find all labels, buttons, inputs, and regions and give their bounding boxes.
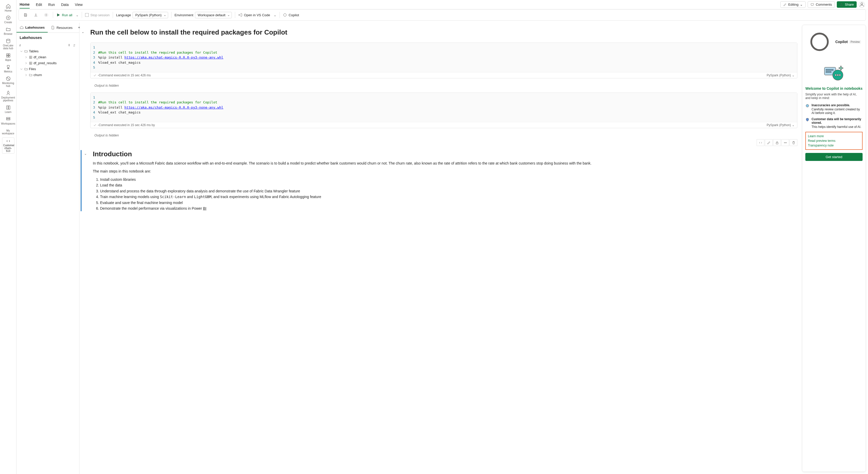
presence-avatar[interactable] <box>859 2 865 8</box>
copilot-icon <box>283 13 287 17</box>
copilot-welcome: Welcome to Copilot in notebooks <box>805 86 863 91</box>
cell-language-picker[interactable]: PySpark (Python)⌄ <box>767 73 795 77</box>
comments-button[interactable]: Comments <box>808 1 835 8</box>
editing-mode-button[interactable]: Editing⌄ <box>780 1 806 8</box>
home-icon <box>6 4 11 9</box>
rail-deploy[interactable]: Deployment pipelines <box>1 89 16 103</box>
rail-onelake[interactable]: OneLake data hub <box>1 37 16 51</box>
chevron-right-icon <box>24 73 28 77</box>
copilot-subtitle: Simplify your work with the help of AI, … <box>805 93 863 100</box>
explorer-tab-lakehouses[interactable]: Lakehouses <box>17 23 48 32</box>
apps-icon <box>6 53 11 58</box>
svg-point-1 <box>6 39 10 40</box>
tree-files[interactable]: Files <box>19 66 77 72</box>
delete-button[interactable] <box>789 139 797 146</box>
rail-browse[interactable]: Browse <box>1 25 16 37</box>
download-icon <box>34 13 38 17</box>
lock-button[interactable] <box>773 139 781 146</box>
link-transparency[interactable]: Transparency note <box>808 143 860 148</box>
play-icon <box>56 13 60 17</box>
collapse-section-button[interactable]: ⌄ <box>84 150 90 211</box>
tree-table-df-pred[interactable]: df_pred_results <box>23 60 77 66</box>
book-icon <box>6 105 11 110</box>
rail-workspaces[interactable]: Workspaces <box>1 115 16 127</box>
markdown-cell[interactable]: Introduction In this notebook, you'll se… <box>93 150 797 211</box>
save-button[interactable] <box>22 11 29 19</box>
chevron-down-icon: ⌄ <box>800 3 803 6</box>
copilot-hero <box>805 64 863 82</box>
cell-language-picker[interactable]: PySpark (Python)⌄ <box>767 123 795 127</box>
comment-icon <box>810 3 814 6</box>
copilot-links-highlighted: Learn more Read preview terms Transparen… <box>805 132 863 150</box>
rail-my-workspace[interactable]: My workspace <box>1 128 16 136</box>
environment-select[interactable]: Workspace default <box>195 12 232 18</box>
share-button[interactable]: Share <box>837 1 857 8</box>
open-vscode-button[interactable]: Open in VS Code⌄ <box>238 13 276 17</box>
trophy-icon <box>6 64 11 70</box>
tree-tables[interactable]: Tables <box>19 48 77 54</box>
svg-rect-15 <box>776 143 778 144</box>
menu-view[interactable]: View <box>75 1 83 8</box>
pin-icon[interactable] <box>67 43 71 47</box>
chevron-down-icon: ⌄ <box>792 73 795 77</box>
code-cell[interactable]: 12345 #Run this cell to install the requ… <box>90 42 797 78</box>
rail-home[interactable]: Home <box>1 2 16 14</box>
folder-icon <box>29 73 32 77</box>
cell-status: -Command executed in 15 sec 426 ms <box>98 73 151 77</box>
download-button[interactable] <box>32 11 39 19</box>
tree-folder-churn[interactable]: churn <box>23 72 77 78</box>
rail-apps[interactable]: Apps <box>1 51 16 63</box>
menu-data[interactable]: Data <box>61 1 69 8</box>
code-editor[interactable]: #Run this cell to install the required p… <box>98 45 223 70</box>
rocket-icon <box>6 91 11 96</box>
menu-edit[interactable]: Edit <box>36 1 42 8</box>
rail-learn[interactable]: Learn <box>1 103 16 115</box>
stop-session-button[interactable]: Stop session <box>85 13 109 17</box>
line-gutter: 12345 <box>93 95 98 120</box>
more-button[interactable] <box>781 139 789 146</box>
stop-icon <box>85 13 89 17</box>
stack-icon <box>6 117 11 122</box>
menu-run[interactable]: Run <box>48 1 55 8</box>
pencil-icon <box>767 141 771 145</box>
convert-code-button[interactable] <box>756 139 764 146</box>
menu-home[interactable]: Home <box>20 1 30 8</box>
trash-icon <box>792 141 796 145</box>
copilot-icon <box>805 28 834 56</box>
collapse-section-button[interactable]: ⌄ <box>82 28 88 39</box>
folder-icon <box>24 50 28 53</box>
toolbar: Run all⌄ Stop session LanguagePySpark (P… <box>19 9 866 21</box>
svg-rect-3 <box>8 54 10 55</box>
explorer-tab-resources[interactable]: Resources <box>48 23 75 32</box>
svg-point-19 <box>811 34 828 50</box>
settings-button[interactable] <box>42 11 50 19</box>
rail-metrics[interactable]: Metrics <box>1 63 16 74</box>
rail-monitor[interactable]: Monitoring hub <box>1 74 16 89</box>
language-select[interactable]: PySpark (Python) <box>132 12 168 18</box>
copilot-button[interactable]: Copilot <box>283 13 299 17</box>
person-icon <box>859 2 865 7</box>
notebook-canvas[interactable]: ⌄ Run the cell below to install the requ… <box>80 23 802 474</box>
link-preview-terms[interactable]: Read preview terms <box>808 138 860 143</box>
chat-illustration-icon <box>823 64 845 82</box>
rail-workspace-current[interactable]: Customer churn-513 <box>2 137 14 154</box>
swap-icon[interactable] <box>72 43 76 47</box>
vscode-icon <box>238 13 242 17</box>
edit-button[interactable] <box>765 139 773 146</box>
chevron-down-icon: ⌄ <box>76 13 79 17</box>
svg-rect-8 <box>6 119 10 120</box>
svg-point-10 <box>861 3 863 4</box>
run-all-button[interactable]: Run all⌄ <box>56 13 79 17</box>
code-cell[interactable]: 12345 #Run this cell to install the requ… <box>90 93 797 128</box>
rail-create[interactable]: Create <box>1 14 16 25</box>
lakehouse-icon <box>20 25 24 29</box>
code-editor[interactable]: #Run this cell to install the required p… <box>98 95 223 120</box>
tree-table-df-clean[interactable]: df_clean <box>23 54 77 60</box>
prohibit-icon <box>6 76 11 81</box>
svg-rect-13 <box>29 56 32 58</box>
get-started-button[interactable]: Get started <box>805 153 863 161</box>
folder-icon <box>6 27 11 32</box>
share-icon <box>840 3 843 6</box>
check-icon <box>93 123 97 127</box>
link-learn-more[interactable]: Learn more <box>808 134 860 138</box>
